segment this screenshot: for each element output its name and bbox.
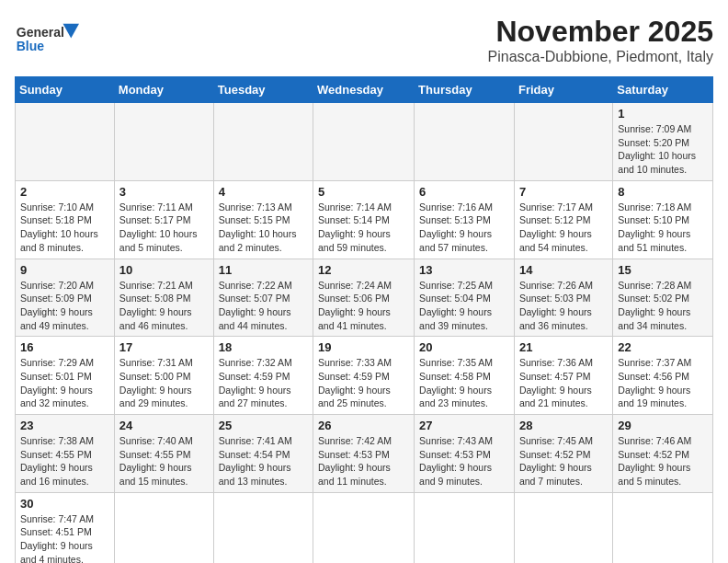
calendar-cell <box>313 492 415 563</box>
calendar-cell <box>514 103 612 181</box>
calendar-cell: 19Sunrise: 7:33 AM Sunset: 4:59 PM Dayli… <box>313 337 415 415</box>
day-number: 24 <box>119 419 209 432</box>
day-info: Sunrise: 7:14 AM Sunset: 5:14 PM Dayligh… <box>318 201 409 255</box>
calendar-cell <box>213 103 313 181</box>
day-info: Sunrise: 7:13 AM Sunset: 5:15 PM Dayligh… <box>219 201 308 255</box>
day-info: Sunrise: 7:38 AM Sunset: 4:55 PM Dayligh… <box>20 434 109 488</box>
calendar-cell: 15Sunrise: 7:28 AM Sunset: 5:02 PM Dayli… <box>613 259 713 337</box>
day-info: Sunrise: 7:24 AM Sunset: 5:06 PM Dayligh… <box>318 279 409 333</box>
calendar-cell <box>415 103 515 181</box>
day-number: 25 <box>219 419 308 432</box>
day-number: 14 <box>519 263 608 277</box>
svg-marker-2 <box>63 24 80 39</box>
calendar-cell: 21Sunrise: 7:36 AM Sunset: 4:57 PM Dayli… <box>514 337 612 415</box>
day-info: Sunrise: 7:40 AM Sunset: 4:55 PM Dayligh… <box>119 434 209 488</box>
calendar-cell: 29Sunrise: 7:46 AM Sunset: 4:52 PM Dayli… <box>613 415 713 493</box>
day-number: 20 <box>419 340 509 354</box>
calendar-cell: 13Sunrise: 7:25 AM Sunset: 5:04 PM Dayli… <box>415 259 515 337</box>
day-info: Sunrise: 7:10 AM Sunset: 5:18 PM Dayligh… <box>20 201 109 255</box>
day-number: 6 <box>419 185 509 199</box>
calendar-cell: 28Sunrise: 7:45 AM Sunset: 4:52 PM Dayli… <box>514 415 612 493</box>
calendar-cell: 3Sunrise: 7:11 AM Sunset: 5:17 PM Daylig… <box>114 180 213 259</box>
day-number: 28 <box>519 419 608 432</box>
calendar-cell: 23Sunrise: 7:38 AM Sunset: 4:55 PM Dayli… <box>16 415 115 493</box>
calendar-week-1: 1Sunrise: 7:09 AM Sunset: 5:20 PM Daylig… <box>16 103 713 181</box>
day-number: 26 <box>318 419 409 432</box>
calendar-week-6: 30Sunrise: 7:47 AM Sunset: 4:51 PM Dayli… <box>16 492 713 563</box>
day-info: Sunrise: 7:29 AM Sunset: 5:01 PM Dayligh… <box>20 356 109 410</box>
location-title: Pinasca-Dubbione, Piedmont, Italy <box>488 49 713 65</box>
day-info: Sunrise: 7:22 AM Sunset: 5:07 PM Dayligh… <box>219 279 308 333</box>
calendar-cell <box>415 492 515 563</box>
calendar-cell: 11Sunrise: 7:22 AM Sunset: 5:07 PM Dayli… <box>213 259 313 337</box>
calendar-cell: 27Sunrise: 7:43 AM Sunset: 4:53 PM Dayli… <box>415 415 515 493</box>
calendar-cell: 5Sunrise: 7:14 AM Sunset: 5:14 PM Daylig… <box>313 180 415 259</box>
day-number: 1 <box>618 107 708 121</box>
calendar-week-2: 2Sunrise: 7:10 AM Sunset: 5:18 PM Daylig… <box>16 180 713 259</box>
calendar-cell: 2Sunrise: 7:10 AM Sunset: 5:18 PM Daylig… <box>16 180 115 259</box>
day-header-monday: Monday <box>114 77 213 103</box>
day-number: 11 <box>219 263 308 277</box>
calendar-cell: 18Sunrise: 7:32 AM Sunset: 4:59 PM Dayli… <box>213 337 313 415</box>
day-number: 7 <box>519 185 608 199</box>
calendar-cell <box>514 492 612 563</box>
day-info: Sunrise: 7:33 AM Sunset: 4:59 PM Dayligh… <box>318 356 409 410</box>
calendar-cell: 8Sunrise: 7:18 AM Sunset: 5:10 PM Daylig… <box>613 180 713 259</box>
day-info: Sunrise: 7:35 AM Sunset: 4:58 PM Dayligh… <box>419 356 509 410</box>
day-info: Sunrise: 7:21 AM Sunset: 5:08 PM Dayligh… <box>119 279 209 333</box>
day-number: 27 <box>419 419 509 432</box>
calendar-week-3: 9Sunrise: 7:20 AM Sunset: 5:09 PM Daylig… <box>16 259 713 337</box>
day-header-saturday: Saturday <box>613 77 713 103</box>
day-header-friday: Friday <box>514 77 612 103</box>
day-header-tuesday: Tuesday <box>213 77 313 103</box>
day-info: Sunrise: 7:16 AM Sunset: 5:13 PM Dayligh… <box>419 201 509 255</box>
day-info: Sunrise: 7:41 AM Sunset: 4:54 PM Dayligh… <box>219 434 308 488</box>
day-number: 17 <box>119 340 209 354</box>
day-info: Sunrise: 7:28 AM Sunset: 5:02 PM Dayligh… <box>618 279 708 333</box>
calendar-cell: 7Sunrise: 7:17 AM Sunset: 5:12 PM Daylig… <box>514 180 612 259</box>
svg-text:Blue: Blue <box>17 39 45 53</box>
day-info: Sunrise: 7:20 AM Sunset: 5:09 PM Dayligh… <box>20 279 109 333</box>
day-number: 15 <box>618 263 708 277</box>
day-number: 13 <box>419 263 509 277</box>
day-number: 8 <box>618 185 708 199</box>
day-number: 23 <box>20 419 109 432</box>
day-number: 4 <box>219 185 308 199</box>
day-number: 3 <box>119 185 209 199</box>
day-info: Sunrise: 7:25 AM Sunset: 5:04 PM Dayligh… <box>419 279 509 333</box>
calendar-cell: 25Sunrise: 7:41 AM Sunset: 4:54 PM Dayli… <box>213 415 313 493</box>
day-info: Sunrise: 7:31 AM Sunset: 5:00 PM Dayligh… <box>119 356 209 410</box>
day-headers-row: SundayMondayTuesdayWednesdayThursdayFrid… <box>16 77 713 103</box>
day-info: Sunrise: 7:09 AM Sunset: 5:20 PM Dayligh… <box>618 122 708 177</box>
day-info: Sunrise: 7:18 AM Sunset: 5:10 PM Dayligh… <box>618 201 708 255</box>
day-header-wednesday: Wednesday <box>313 77 415 103</box>
day-info: Sunrise: 7:36 AM Sunset: 4:57 PM Dayligh… <box>519 356 608 410</box>
day-number: 2 <box>20 185 109 199</box>
day-header-thursday: Thursday <box>415 77 515 103</box>
day-number: 9 <box>20 263 109 277</box>
day-number: 22 <box>618 340 708 354</box>
calendar-cell <box>114 492 213 563</box>
day-number: 5 <box>318 185 409 199</box>
calendar-cell: 17Sunrise: 7:31 AM Sunset: 5:00 PM Dayli… <box>114 337 213 415</box>
calendar-cell: 22Sunrise: 7:37 AM Sunset: 4:56 PM Dayli… <box>613 337 713 415</box>
calendar-cell: 9Sunrise: 7:20 AM Sunset: 5:09 PM Daylig… <box>16 259 115 337</box>
day-info: Sunrise: 7:45 AM Sunset: 4:52 PM Dayligh… <box>519 434 608 488</box>
calendar-cell <box>613 492 713 563</box>
day-number: 16 <box>20 340 109 354</box>
day-number: 29 <box>618 419 708 432</box>
calendar-cell <box>213 492 313 563</box>
day-info: Sunrise: 7:37 AM Sunset: 4:56 PM Dayligh… <box>618 356 708 410</box>
calendar-week-5: 23Sunrise: 7:38 AM Sunset: 4:55 PM Dayli… <box>16 415 713 493</box>
day-info: Sunrise: 7:43 AM Sunset: 4:53 PM Dayligh… <box>419 434 509 488</box>
day-info: Sunrise: 7:11 AM Sunset: 5:17 PM Dayligh… <box>119 201 209 255</box>
calendar-cell <box>313 103 415 181</box>
calendar-cell: 10Sunrise: 7:21 AM Sunset: 5:08 PM Dayli… <box>114 259 213 337</box>
title-area: November 2025 Pinasca-Dubbione, Piedmont… <box>488 15 713 65</box>
day-number: 18 <box>219 340 308 354</box>
day-info: Sunrise: 7:47 AM Sunset: 4:51 PM Dayligh… <box>20 512 109 563</box>
calendar-cell: 1Sunrise: 7:09 AM Sunset: 5:20 PM Daylig… <box>613 103 713 181</box>
day-number: 21 <box>519 340 608 354</box>
calendar-cell: 30Sunrise: 7:47 AM Sunset: 4:51 PM Dayli… <box>16 492 115 563</box>
calendar-cell: 26Sunrise: 7:42 AM Sunset: 4:53 PM Dayli… <box>313 415 415 493</box>
